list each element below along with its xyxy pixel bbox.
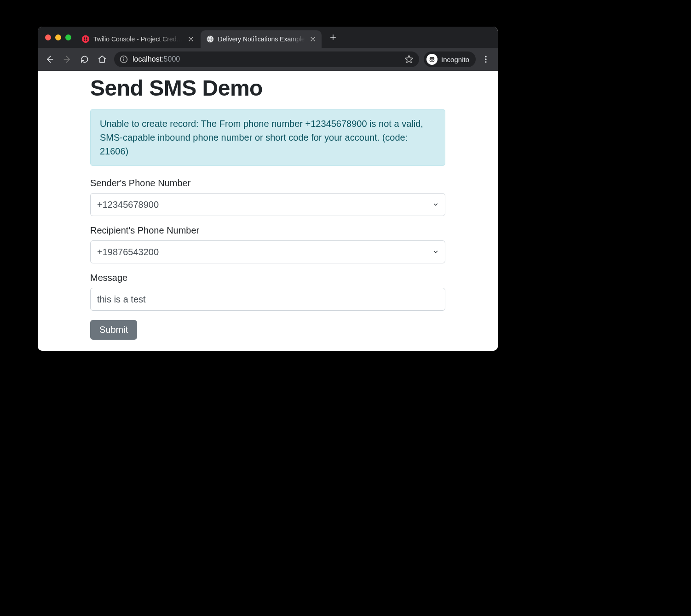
window-close-button[interactable]	[45, 34, 51, 40]
incognito-indicator[interactable]: Incognito	[424, 51, 476, 67]
svg-point-0	[82, 35, 90, 43]
page-container: Send SMS Demo Unable to create record: T…	[84, 75, 452, 340]
message-label: Message	[90, 273, 445, 283]
home-button[interactable]	[95, 52, 109, 67]
incognito-icon	[426, 54, 438, 65]
forward-button[interactable]	[60, 52, 75, 67]
message-input[interactable]	[90, 288, 445, 311]
reload-button[interactable]	[77, 52, 92, 67]
incognito-label: Incognito	[441, 56, 469, 63]
browser-toolbar: localhost:5000 Incognito	[38, 48, 498, 71]
globe-icon	[206, 35, 214, 43]
tab-strip: Twilio Console - Project Cred… Delivery …	[38, 27, 498, 48]
close-icon[interactable]	[309, 35, 317, 43]
url-host: localhost	[132, 55, 161, 63]
url-text: localhost:5000	[132, 55, 180, 63]
svg-rect-8	[123, 59, 124, 61]
back-button[interactable]	[42, 52, 57, 67]
message-group: Message	[90, 273, 445, 311]
sender-select[interactable]: +12345678900	[90, 193, 445, 216]
window-maximize-button[interactable]	[65, 34, 71, 40]
window-minimize-button[interactable]	[55, 34, 61, 40]
window-controls	[42, 27, 76, 48]
close-icon[interactable]	[187, 35, 195, 43]
tab-background[interactable]: Twilio Console - Project Cred…	[76, 30, 200, 48]
recipient-group: Recipient's Phone Number +19876543200	[90, 225, 445, 263]
svg-rect-9	[123, 57, 124, 58]
tab-title: Twilio Console - Project Cred…	[93, 35, 183, 43]
recipient-select[interactable]: +19876543200	[90, 240, 445, 263]
address-bar[interactable]: localhost:5000	[114, 51, 419, 67]
recipient-label: Recipient's Phone Number	[90, 225, 445, 236]
site-info-icon[interactable]	[120, 55, 128, 63]
tab-active[interactable]: Delivery Notifications Example	[201, 30, 322, 48]
svg-point-10	[430, 60, 432, 62]
sender-label: Sender's Phone Number	[90, 178, 445, 188]
sender-group: Sender's Phone Number +12345678900	[90, 178, 445, 216]
page-viewport: Send SMS Demo Unable to create record: T…	[38, 75, 498, 351]
page-title: Send SMS Demo	[90, 75, 445, 101]
svg-point-14	[485, 61, 486, 63]
new-tab-button[interactable]	[326, 30, 340, 44]
svg-point-11	[432, 60, 434, 62]
svg-point-3	[84, 40, 85, 41]
tab-title: Delivery Notifications Example	[218, 35, 305, 43]
svg-point-13	[485, 58, 486, 60]
browser-window: Twilio Console - Project Cred… Delivery …	[38, 27, 498, 351]
svg-point-1	[84, 37, 85, 39]
bookmark-star-icon[interactable]	[404, 55, 414, 64]
alert-info: Unable to create record: The From phone …	[90, 109, 445, 166]
twilio-icon	[81, 35, 90, 43]
url-port: :5000	[161, 55, 180, 63]
menu-button[interactable]	[478, 52, 493, 67]
submit-button[interactable]: Submit	[90, 320, 137, 340]
svg-point-12	[485, 56, 486, 57]
svg-point-4	[86, 40, 87, 41]
svg-point-2	[86, 37, 87, 39]
